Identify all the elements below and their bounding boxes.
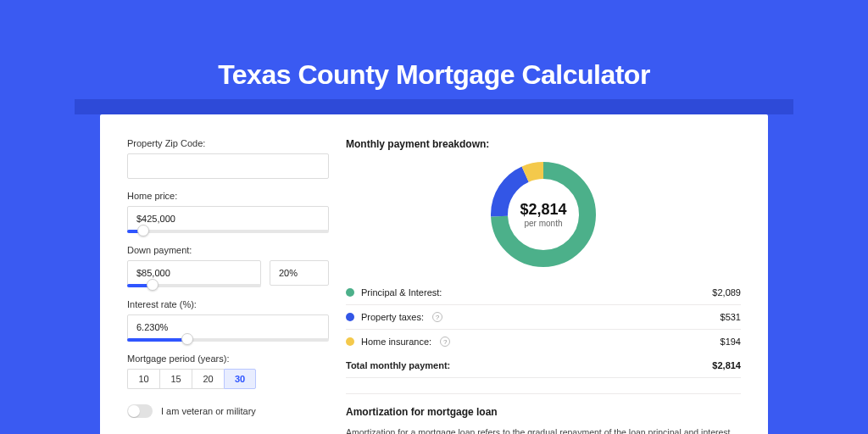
page-title: Texas County Mortgage Calculator [0,59,868,91]
breakdown-row: Property taxes:?$531 [346,305,741,330]
legend-dot [346,313,354,321]
period-option-30[interactable]: 30 [224,369,256,389]
zip-input[interactable] [127,153,329,179]
interest-input[interactable] [127,314,329,340]
home-price-input[interactable] [127,206,329,231]
breakdown-item-label: Principal & Interest: [361,287,442,298]
donut-center-amount: $2,814 [520,201,566,219]
down-payment-pct-input[interactable] [270,260,329,286]
interest-slider[interactable] [127,338,329,342]
donut-chart: $2,814 per month [487,159,599,270]
breakdown-row: Home insurance:?$194 [346,330,741,353]
slider-handle[interactable] [137,225,149,236]
breakdown-item-label: Property taxes: [361,312,424,322]
period-option-20[interactable]: 20 [192,369,224,389]
legend-dot [346,337,354,346]
down-payment-slider[interactable] [127,284,261,287]
home-price-label: Home price: [127,191,329,201]
total-row: Total monthly payment: $2,814 [346,353,741,378]
donut-chart-wrap: $2,814 per month [346,159,741,270]
breakdown-item-value: $531 [721,312,741,322]
interest-group: Interest rate (%): [127,299,329,342]
interest-label: Interest rate (%): [127,299,329,309]
period-group: Mortgage period (years): 10152030 [127,353,329,389]
breakdown-item-label: Home insurance: [361,337,431,347]
total-label: Total monthly payment: [346,360,450,370]
breakdown-title: Monthly payment breakdown: [346,138,741,150]
info-icon[interactable]: ? [440,337,450,347]
form-panel: Property Zip Code: Home price: Down paym… [127,138,329,434]
down-payment-label: Down payment: [127,245,329,255]
legend-dot [346,288,354,297]
breakdown-items: Principal & Interest:$2,089Property taxe… [346,281,741,353]
veteran-toggle[interactable] [127,404,153,418]
home-price-group: Home price: [127,191,329,233]
period-option-10[interactable]: 10 [127,369,159,389]
calculator-card: Property Zip Code: Home price: Down paym… [100,114,768,434]
amortization-heading: Amortization for mortgage loan [346,406,741,418]
info-icon[interactable]: ? [432,312,442,322]
home-price-slider[interactable] [127,230,329,233]
zip-label: Property Zip Code: [127,138,329,148]
zip-group: Property Zip Code: [127,138,329,179]
veteran-toggle-row: I am veteran or military [127,404,329,418]
amortization-body: Amortization for a mortgage loan refers … [346,426,741,434]
period-option-15[interactable]: 15 [159,369,192,389]
amortization-section: Amortization for mortgage loan Amortizat… [346,393,741,434]
breakdown-item-value: $2,089 [712,287,741,298]
slider-handle[interactable] [147,279,159,291]
breakdown-panel: Monthly payment breakdown: $2,814 per mo… [346,138,741,434]
total-value: $2,814 [712,360,741,370]
period-label: Mortgage period (years): [127,353,329,364]
breakdown-row: Principal & Interest:$2,089 [346,281,741,305]
down-payment-group: Down payment: [127,245,329,287]
breakdown-item-value: $194 [721,337,741,347]
toggle-knob [128,405,140,417]
slider-handle[interactable] [181,333,193,345]
veteran-label: I am veteran or military [161,406,256,416]
period-buttons: 10152030 [127,369,329,389]
donut-center-sub: per month [524,219,562,228]
